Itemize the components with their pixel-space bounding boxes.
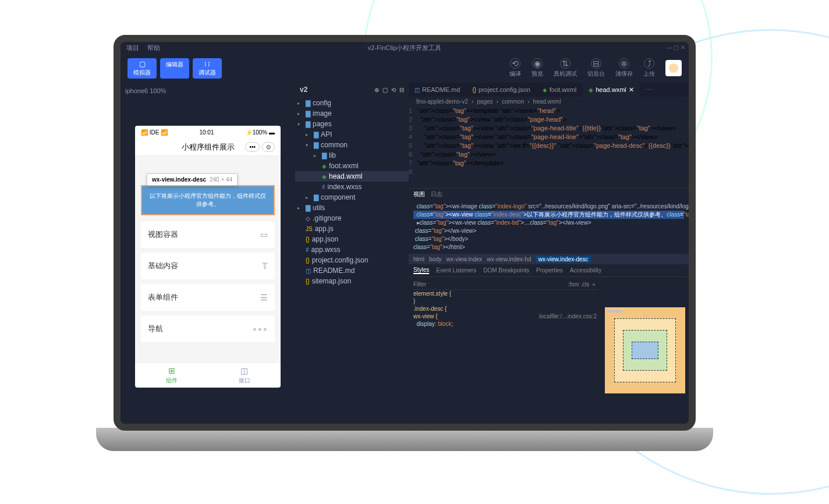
toolbar-action-清缓存[interactable]: ⊗清缓存: [615, 58, 633, 78]
clock: 10:01: [199, 129, 214, 136]
window-controls[interactable]: — ▢ ✕: [666, 44, 685, 51]
devtools-subtab-Accessibility[interactable]: Accessibility: [570, 267, 601, 274]
highlighted-element[interactable]: 以下将展示小程序官方组件能力，组件样式仅供参考。: [141, 185, 275, 215]
list-item[interactable]: 导航∘∘∘: [141, 315, 275, 342]
phone-header: 小程序组件展示 ••• ⊙: [135, 139, 281, 156]
code-content[interactable]: "attr">class="tag"><template "attr">name…: [417, 107, 689, 188]
folder-lib[interactable]: ▸▇lib: [295, 150, 409, 161]
phone-status-bar: 📶 IDE 📶 10:01 ⚡100% ▬: [135, 126, 281, 139]
toolbar-btn-编辑器[interactable]: 编辑器: [160, 58, 189, 79]
menu-bar: 项目 帮助: [121, 42, 689, 54]
filter-input[interactable]: Filter: [413, 281, 426, 288]
signal-icon: 📶 IDE 📶: [141, 129, 168, 136]
file-sitemap.json[interactable]: {}sitemap.json: [295, 276, 409, 286]
folder-image[interactable]: ▸▇image: [295, 108, 409, 119]
editor-tab-project.config.json[interactable]: {}project.config.json: [466, 83, 536, 97]
folder-API[interactable]: ▸▇API: [295, 129, 409, 140]
new-file-icon[interactable]: ⊕: [374, 87, 379, 93]
devtools-tab-日志[interactable]: 日志: [431, 190, 442, 198]
file-head.wxml[interactable]: ◈head.wxml: [295, 171, 409, 182]
toolbar-action-编译[interactable]: ⟲编译: [509, 58, 521, 78]
folder-common[interactable]: ▾▇common: [295, 140, 409, 150]
toolbar-action-切后台[interactable]: ⊟切后台: [587, 58, 605, 78]
close-icon[interactable]: ⊙: [262, 142, 275, 152]
simulator-panel: iphone6 100% 📶 IDE 📶 10:01 ⚡100% ▬ 小程序组件…: [121, 83, 295, 424]
avatar[interactable]: [665, 60, 682, 76]
toolbar-action-上传[interactable]: ⤴上传: [643, 58, 655, 78]
folder-config[interactable]: ▸▇config: [295, 98, 409, 108]
toolbar-btn-调试器[interactable]: ⫶⫶调试器: [193, 58, 222, 79]
folder-pages[interactable]: ▾▇pages: [295, 119, 409, 129]
styles-panel[interactable]: Filter :hov .cls ＋ element.style {}.inde…: [409, 277, 601, 424]
menu-project[interactable]: 项目: [126, 44, 139, 52]
file-app.json[interactable]: {}app.json: [295, 234, 409, 244]
page-title: 小程序组件展示: [182, 142, 235, 152]
devtools-subtab-Properties[interactable]: Properties: [536, 267, 563, 274]
breadcrumb[interactable]: fino-applet-demo-v2›pages›common›head.wx…: [409, 97, 689, 107]
devtools-tab-视图[interactable]: 视图: [413, 190, 425, 198]
editor-tab-head.wxml[interactable]: ◈head.wxml ✕: [583, 83, 640, 97]
devtools-subtab-Styles[interactable]: Styles: [413, 267, 429, 274]
editor-tab-README.md[interactable]: ◫README.md: [409, 83, 466, 97]
file-app.wxss[interactable]: #app.wxss: [295, 244, 409, 255]
elements-panel[interactable]: class="tag"><wx-image class="index-logo"…: [409, 200, 689, 254]
hov-toggle[interactable]: :hov: [568, 281, 579, 288]
breadcrumb-html[interactable]: html: [413, 256, 424, 262]
cls-toggle[interactable]: .cls: [580, 281, 589, 288]
more-icon[interactable]: •••: [245, 142, 260, 152]
file-README.md[interactable]: ◫README.md: [295, 265, 409, 276]
file-explorer: v2 ⊕ ▢ ⟲ ⊟ ▸▇config▸▇image▾▇pages▸▇API▾▇…: [295, 83, 409, 424]
devtools-subtab-DOM Breakpoints[interactable]: DOM Breakpoints: [483, 267, 529, 274]
battery-icon: ⚡100% ▬: [246, 129, 275, 136]
editor-tab-foot.wxml[interactable]: ◈foot.wxml: [537, 83, 583, 97]
breadcrumb-wx-view.index[interactable]: wx-view.index: [447, 256, 483, 262]
toolbar-action-预览[interactable]: ◉预览: [532, 58, 543, 78]
inspector-tooltip: wx-view.index-desc240 × 44: [147, 173, 238, 186]
menu-help[interactable]: 帮助: [147, 44, 160, 52]
file-project.config.json[interactable]: {}project.config.json: [295, 255, 409, 265]
breadcrumb-body[interactable]: body: [429, 256, 442, 262]
laptop-frame: 项目 帮助 v2-FinClip小程序开发工具 — ▢ ✕ ▢模拟器编辑器⫶⫶调…: [96, 35, 713, 454]
explorer-title: v2: [300, 86, 307, 94]
list-item[interactable]: 视图容器▭: [141, 221, 275, 248]
devtools: 视图日志 class="tag"><wx-image class="index-…: [409, 188, 689, 424]
toolbar: ▢模拟器编辑器⫶⫶调试器 ⟲编译◉预览⇅真机调试⊟切后台⊗清缓存⤴上传: [121, 54, 689, 83]
box-model: margin 10 border - padding - 240 × 44 -: [601, 277, 689, 424]
file-foot.wxml[interactable]: ◈foot.wxml: [295, 161, 409, 171]
file-.gitignore[interactable]: ◇.gitignore: [295, 213, 409, 223]
device-info: iphone6 100%: [125, 85, 290, 97]
file-index.wxss[interactable]: #index.wxss: [295, 182, 409, 192]
phone-tab-接口[interactable]: ◫接口: [208, 363, 281, 388]
list-item[interactable]: 基础内容𝕋: [141, 253, 275, 279]
folder-component[interactable]: ▸▇component: [295, 192, 409, 203]
tab-more-icon[interactable]: ⋯: [640, 86, 656, 94]
list-item[interactable]: 表单组件☰: [141, 284, 275, 311]
phone-tab-组件[interactable]: ⊞组件: [135, 363, 208, 388]
collapse-icon[interactable]: ⊟: [399, 87, 404, 93]
refresh-icon[interactable]: ⟲: [391, 87, 396, 93]
code-editor: ◫README.md{}project.config.json◈foot.wxm…: [409, 83, 689, 424]
devtools-subtab-Event Listeners[interactable]: Event Listeners: [436, 267, 476, 274]
toolbar-action-真机调试[interactable]: ⇅真机调试: [554, 58, 577, 78]
new-folder-icon[interactable]: ▢: [382, 87, 388, 93]
file-app.js[interactable]: JSapp.js: [295, 223, 409, 234]
breadcrumb-wx-view.index-hd[interactable]: wx-view.index-hd: [487, 256, 531, 262]
phone-simulator: 📶 IDE 📶 10:01 ⚡100% ▬ 小程序组件展示 ••• ⊙ wx-v…: [135, 126, 281, 388]
breadcrumb-wx-view.index-desc[interactable]: wx-view.index-desc: [536, 256, 590, 262]
toolbar-btn-模拟器[interactable]: ▢模拟器: [127, 58, 157, 79]
folder-utils[interactable]: ▸▇utils: [295, 203, 409, 213]
